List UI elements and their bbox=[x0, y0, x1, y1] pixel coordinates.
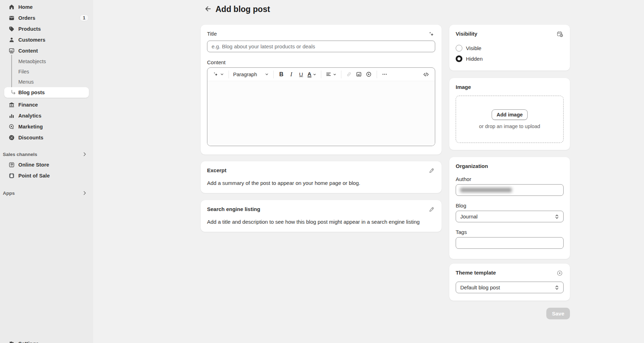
ai-generate-button[interactable] bbox=[427, 31, 435, 38]
blog-select-value: Journal bbox=[460, 213, 478, 219]
calendar-clock-icon bbox=[557, 31, 563, 38]
chevron-down-icon bbox=[333, 72, 337, 77]
insert-image-button[interactable] bbox=[354, 70, 364, 79]
finance-bank-icon bbox=[8, 102, 15, 108]
author-input[interactable] bbox=[456, 184, 564, 196]
sales-channels-header[interactable]: Sales channels bbox=[0, 149, 93, 159]
seo-title: Search engine listing bbox=[207, 206, 260, 212]
underline-button[interactable]: U bbox=[297, 70, 306, 79]
code-icon bbox=[423, 71, 429, 78]
organization-card: Organization Author Blog Journal Tags bbox=[449, 157, 570, 259]
more-options-button[interactable] bbox=[380, 70, 389, 79]
page-title: Add blog post bbox=[215, 5, 270, 14]
visibility-option-visible[interactable]: Visible bbox=[456, 45, 564, 52]
eye-icon bbox=[557, 270, 563, 277]
online-store-icon bbox=[8, 162, 15, 168]
blog-field: Blog Journal bbox=[456, 203, 564, 222]
title-label: Title bbox=[207, 31, 217, 37]
sidebar-item-metaobjects[interactable]: Metaobjects bbox=[0, 56, 93, 66]
sidebar-item-label: Marketing bbox=[18, 124, 43, 130]
point-of-sale-icon bbox=[8, 173, 15, 179]
sidebar-item-content[interactable]: Content bbox=[0, 45, 93, 56]
sidebar-item-label: Online Store bbox=[18, 162, 49, 168]
theme-template-title: Theme template bbox=[456, 270, 496, 276]
show-html-button[interactable] bbox=[421, 70, 431, 79]
sidebar-item-online-store[interactable]: Online Store bbox=[0, 159, 93, 170]
italic-icon: I bbox=[290, 71, 292, 78]
blog-select[interactable]: Journal bbox=[456, 211, 564, 222]
products-tag-icon bbox=[8, 26, 15, 32]
insert-link-button[interactable] bbox=[345, 70, 354, 79]
search-engine-listing-card: Search engine listing Add a title and de… bbox=[201, 200, 442, 232]
edit-excerpt-button[interactable] bbox=[427, 167, 435, 175]
sidebar-item-label: Point of Sale bbox=[18, 173, 50, 179]
chevron-right-icon bbox=[82, 190, 87, 196]
content-subnav: Metaobjects Files Menus Blog posts bbox=[0, 56, 93, 98]
ai-assist-button[interactable] bbox=[212, 70, 225, 79]
edit-seo-button[interactable] bbox=[427, 206, 435, 214]
ai-sparkle-icon bbox=[213, 71, 219, 77]
visibility-options: Visible Hidden bbox=[456, 45, 564, 62]
select-updown-icon bbox=[554, 284, 560, 292]
toolbar-divider bbox=[273, 71, 274, 78]
marketing-target-icon bbox=[8, 124, 15, 130]
toolbar-divider bbox=[341, 71, 341, 78]
content-editor-body[interactable] bbox=[207, 81, 435, 146]
visibility-option-hidden[interactable]: Hidden bbox=[456, 55, 564, 62]
apps-header[interactable]: Apps bbox=[0, 188, 93, 198]
back-button[interactable] bbox=[203, 4, 213, 14]
image-dropzone[interactable]: Add image or drop an image to upload bbox=[456, 96, 564, 143]
orders-count-badge: 1 bbox=[80, 15, 88, 21]
paragraph-style-dropdown[interactable]: Paragraph bbox=[232, 70, 270, 79]
sidebar-item-customers[interactable]: Customers bbox=[0, 34, 93, 45]
sidebar-item-point-of-sale[interactable]: Point of Sale bbox=[0, 170, 93, 181]
align-left-icon bbox=[326, 71, 332, 77]
sidebar-item-home[interactable]: Home bbox=[0, 1, 93, 12]
chevron-down-icon bbox=[220, 72, 224, 77]
play-circle-icon bbox=[366, 71, 372, 77]
radio-unchecked[interactable] bbox=[456, 45, 462, 52]
elbow-arrow-icon bbox=[11, 90, 16, 95]
tags-input[interactable] bbox=[456, 237, 564, 249]
radio-checked[interactable] bbox=[456, 55, 462, 62]
sidebar-item-orders[interactable]: Orders 1 bbox=[0, 12, 93, 23]
theme-template-select[interactable]: Default blog post bbox=[456, 282, 564, 293]
schedule-visibility-button[interactable] bbox=[556, 31, 564, 38]
sidebar-item-label: Content bbox=[18, 48, 38, 54]
sidebar-item-analytics[interactable]: Analytics bbox=[0, 110, 93, 121]
text-color-button[interactable]: A bbox=[306, 70, 318, 79]
visibility-title: Visibility bbox=[456, 31, 477, 37]
sidebar-item-label: Customers bbox=[18, 37, 45, 43]
excerpt-description: Add a summary of the post to appear on y… bbox=[207, 180, 435, 186]
organization-title: Organization bbox=[456, 163, 488, 169]
italic-button[interactable]: I bbox=[287, 70, 296, 79]
settings-row: Settings bbox=[0, 338, 93, 343]
sidebar-item-menus[interactable]: Menus bbox=[0, 77, 93, 87]
ai-sparkle-icon bbox=[428, 31, 435, 38]
title-input[interactable] bbox=[207, 41, 435, 52]
insert-video-button[interactable] bbox=[364, 70, 373, 79]
underline-icon: U bbox=[299, 71, 303, 78]
chevron-right-icon bbox=[82, 151, 87, 157]
bold-button[interactable]: B bbox=[277, 70, 286, 79]
sidebar-item-products[interactable]: Products bbox=[0, 23, 93, 34]
title-content-card: Title Content bbox=[201, 25, 442, 155]
ellipsis-icon bbox=[382, 71, 388, 77]
author-field: Author bbox=[456, 176, 564, 196]
add-image-button[interactable]: Add image bbox=[492, 109, 528, 120]
sidebar-item-marketing[interactable]: Marketing bbox=[0, 121, 93, 132]
preview-template-button[interactable] bbox=[556, 270, 564, 277]
sidebar-item-files[interactable]: Files bbox=[0, 66, 93, 77]
customers-icon bbox=[8, 37, 15, 43]
save-button[interactable]: Save bbox=[546, 308, 570, 319]
alignment-button[interactable] bbox=[324, 70, 338, 79]
sidebar-item-blog-posts-active[interactable]: Blog posts bbox=[4, 87, 89, 98]
sidebar-item-settings[interactable]: Settings bbox=[0, 338, 93, 343]
tags-label: Tags bbox=[456, 229, 564, 235]
sidebar-item-finance[interactable]: Finance bbox=[0, 99, 93, 110]
sidebar-item-label: Home bbox=[18, 4, 33, 10]
author-value-blurred bbox=[460, 188, 512, 192]
sidebar-item-label: Settings bbox=[18, 341, 39, 343]
theme-template-card: Theme template Default blog post bbox=[449, 264, 570, 301]
sidebar-item-discounts[interactable]: Discounts bbox=[0, 132, 93, 143]
